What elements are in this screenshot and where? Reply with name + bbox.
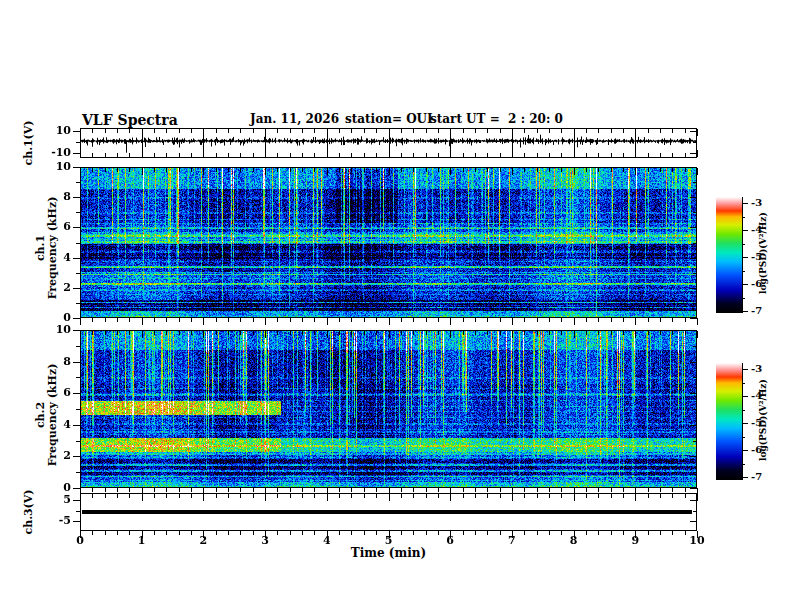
y-axis-tick — [73, 521, 80, 522]
x-axis-tick — [228, 531, 229, 535]
x-axis-tick — [413, 129, 414, 133]
x-axis-tick — [672, 531, 673, 535]
x-axis-tick — [487, 153, 488, 157]
x-axis-tick — [117, 331, 118, 335]
x-axis-tick — [660, 129, 661, 133]
x-axis-tick — [265, 318, 266, 325]
x-tick-label: 6 — [437, 534, 463, 547]
x-axis-tick — [314, 318, 315, 322]
x-axis-tick — [450, 494, 451, 501]
x-axis-tick — [253, 494, 254, 498]
x-axis-tick — [426, 494, 427, 498]
x-axis-tick — [302, 168, 303, 172]
x-axis-tick — [302, 494, 303, 498]
y-tick-label: 4 — [45, 252, 71, 264]
x-axis-tick — [611, 129, 612, 133]
x-axis-tick — [500, 331, 501, 335]
colorbar-tick — [742, 257, 748, 258]
x-axis-tick — [191, 318, 192, 322]
x-axis-tick — [351, 129, 352, 133]
x-axis-tick — [438, 331, 439, 335]
time-axis-label: Time (min) — [321, 546, 456, 560]
x-axis-tick — [438, 488, 439, 492]
y-axis-minor-tick — [693, 377, 697, 378]
x-axis-tick — [129, 318, 130, 322]
y-axis-tick — [73, 488, 80, 489]
x-axis-tick — [339, 494, 340, 498]
x-axis-tick — [586, 494, 587, 498]
x-axis-tick — [154, 168, 155, 172]
x-axis-tick — [203, 494, 204, 501]
x-axis-tick — [92, 168, 93, 172]
ch2-spectrogram-canvas — [81, 331, 696, 487]
colorbar-tick — [742, 450, 748, 451]
y-axis-tick — [73, 258, 80, 259]
y-axis-minor-tick — [76, 212, 80, 213]
x-axis-tick — [549, 129, 550, 133]
x-axis-tick — [105, 331, 106, 335]
x-axis-tick — [561, 488, 562, 492]
x-tick-label: 10 — [684, 534, 710, 547]
x-axis-tick — [166, 531, 167, 535]
y-tick-label: 2 — [45, 450, 71, 462]
x-axis-tick — [142, 331, 143, 338]
x-axis-tick — [549, 331, 550, 335]
x-axis-tick — [648, 331, 649, 335]
colorbar-tick-label: -4 — [751, 391, 762, 401]
x-axis-tick — [549, 168, 550, 172]
x-axis-tick — [228, 318, 229, 322]
y-tick-label: 10 — [45, 125, 71, 137]
x-axis-tick — [438, 129, 439, 133]
x-axis-tick — [598, 494, 599, 498]
x-axis-tick — [660, 488, 661, 492]
x-axis-tick — [487, 488, 488, 492]
x-axis-tick — [339, 331, 340, 335]
x-axis-tick — [290, 318, 291, 322]
x-tick-label: 0 — [67, 534, 93, 547]
x-axis-tick — [327, 318, 328, 325]
x-axis-tick — [314, 331, 315, 335]
x-axis-tick — [623, 129, 624, 133]
x-axis-tick — [685, 488, 686, 492]
x-axis-tick — [426, 318, 427, 322]
x-axis-tick — [80, 331, 81, 338]
y-axis-tick — [690, 521, 697, 522]
x-axis-tick — [339, 129, 340, 133]
x-axis-tick — [450, 168, 451, 175]
x-axis-tick — [648, 153, 649, 157]
x-axis-tick — [265, 494, 266, 501]
x-axis-tick — [660, 331, 661, 335]
colorbar-tick-label: -7 — [751, 306, 762, 316]
waveform-gridline — [574, 129, 575, 157]
x-axis-tick — [611, 488, 612, 492]
x-axis-tick — [672, 494, 673, 498]
y-axis-minor-tick — [76, 441, 80, 442]
colorbar-minor-tick — [742, 464, 745, 465]
date-label: Jan. 11, 2026 — [250, 112, 339, 126]
x-axis-tick — [635, 168, 636, 175]
x-axis-tick — [92, 153, 93, 157]
x-axis-tick — [426, 331, 427, 335]
x-axis-tick — [129, 488, 130, 492]
x-axis-tick — [92, 331, 93, 335]
x-axis-tick — [166, 129, 167, 133]
y-axis-tick — [73, 153, 80, 154]
x-axis-tick — [685, 494, 686, 498]
x-axis-tick — [401, 494, 402, 498]
x-axis-tick — [426, 168, 427, 172]
y-axis-minor-tick — [76, 409, 80, 410]
x-axis-tick — [623, 494, 624, 498]
x-axis-tick — [302, 129, 303, 133]
x-axis-tick — [166, 331, 167, 335]
x-axis-tick — [80, 168, 81, 175]
y-axis-tick — [690, 456, 697, 457]
ch1-spectrogram-canvas — [81, 168, 696, 317]
x-axis-tick — [129, 129, 130, 133]
x-axis-tick — [351, 494, 352, 498]
x-axis-tick — [463, 168, 464, 172]
y-axis-minor-tick — [693, 303, 697, 304]
x-axis-tick — [413, 488, 414, 492]
colorbar-minor-tick — [742, 437, 745, 438]
x-axis-tick — [475, 153, 476, 157]
y-axis-minor-tick — [76, 142, 80, 143]
